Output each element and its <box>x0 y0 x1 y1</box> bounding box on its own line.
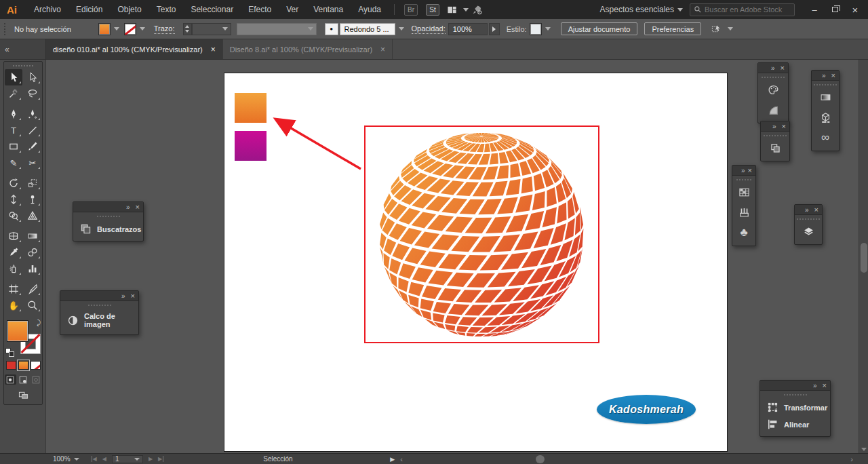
opacity-panel-arrow[interactable] <box>489 23 500 35</box>
magic-wand-tool[interactable] <box>5 85 22 102</box>
panel-collapse-icon[interactable]: » <box>771 64 775 72</box>
chevron-down-icon[interactable] <box>463 8 469 12</box>
panel-close-icon[interactable]: × <box>831 71 835 79</box>
tab-close-icon[interactable]: × <box>380 45 385 54</box>
hand-tool[interactable]: ✋ <box>5 297 22 313</box>
default-fill-stroke-icon[interactable] <box>5 348 14 357</box>
panel-close-icon[interactable]: × <box>782 122 786 130</box>
panel-collapse-icon[interactable]: » <box>813 382 817 389</box>
panel-grip[interactable] <box>814 84 837 85</box>
perspective-grid-tool[interactable] <box>24 208 41 224</box>
vertical-scrollbar[interactable] <box>859 60 868 453</box>
first-page-button[interactable]: ◀ <box>92 456 97 462</box>
tab-document-1[interactable]: diseño 010.ai* al 100% (CMYK/Previsualiz… <box>46 39 223 59</box>
panel-close-icon[interactable]: × <box>823 381 827 389</box>
kadoshmerah-logo-object[interactable]: Kadoshmerah <box>597 395 696 424</box>
color-button[interactable] <box>6 361 16 370</box>
panel-grip[interactable] <box>13 65 33 66</box>
pathfinder-row[interactable]: Buscatrazos <box>73 220 143 237</box>
draw-behind-mode[interactable] <box>18 374 29 385</box>
type-tool[interactable]: T <box>5 122 22 138</box>
workspace-switcher[interactable]: Aspectos esenciales <box>593 5 690 14</box>
page-number-field[interactable]: 1 <box>112 455 143 463</box>
fill-color-swatch[interactable] <box>98 23 111 35</box>
search-input[interactable] <box>705 5 789 14</box>
style-chevron[interactable] <box>542 23 551 35</box>
align-row[interactable]: Alinear <box>760 416 830 433</box>
panel-collapse-icon[interactable]: » <box>741 167 745 174</box>
preferences-button[interactable]: Preferencias <box>644 22 701 35</box>
collapse-status-icon[interactable]: ‹ <box>400 455 403 463</box>
tab-document-2[interactable]: Diseño 8.ai* al 100% (CMYK/Previsualizar… <box>223 39 393 59</box>
color-panel-icon[interactable] <box>766 83 781 96</box>
panel-close-icon[interactable]: × <box>748 166 752 174</box>
layers-icon[interactable] <box>801 225 816 238</box>
curvature-tool[interactable] <box>24 106 41 122</box>
menu-efecto[interactable]: Efecto <box>241 0 279 19</box>
brush-definition-select[interactable]: Redondo 5 ... <box>340 23 395 35</box>
scissors-tool[interactable]: ✂ <box>24 155 41 171</box>
menu-ver[interactable]: Ver <box>279 0 306 19</box>
brushes-icon[interactable] <box>736 206 751 219</box>
mesh-tool[interactable] <box>5 228 22 244</box>
horizontal-scrollbar-thumb[interactable] <box>536 455 545 463</box>
gradient-button[interactable] <box>18 361 28 370</box>
opacity-field[interactable]: 100% <box>448 23 488 35</box>
panel-close-icon[interactable]: × <box>781 64 785 72</box>
panel-grip[interactable] <box>797 218 820 220</box>
panel-collapse-icon[interactable]: » <box>772 123 776 130</box>
gpu-performance-icon[interactable] <box>471 4 483 15</box>
gradient-panel-icon[interactable] <box>818 90 833 104</box>
panel-close-icon[interactable]: × <box>131 292 135 300</box>
zoom-tool[interactable] <box>24 297 41 313</box>
shape-builder-tool[interactable] <box>5 208 22 224</box>
swap-fill-stroke-icon[interactable]: ⤸ <box>37 319 41 327</box>
fit-document-button[interactable]: Ajustar documento <box>561 22 638 35</box>
stroke-weight-select[interactable] <box>192 23 231 35</box>
eyedropper-tool[interactable] <box>5 244 22 260</box>
panel-grip[interactable] <box>764 135 787 136</box>
tab-close-icon[interactable]: × <box>211 45 216 54</box>
panel-grip[interactable] <box>88 305 111 306</box>
menu-ventana[interactable]: Ventana <box>306 0 351 19</box>
shaper-tool[interactable]: ✎ <box>5 155 22 171</box>
vertical-scrollbar-thumb[interactable] <box>861 243 867 273</box>
rectangle-tool[interactable] <box>5 138 22 155</box>
halftone-globe-object[interactable] <box>376 130 587 340</box>
symbol-sprayer-tool[interactable] <box>5 260 22 277</box>
stock-search[interactable] <box>690 3 795 16</box>
gradient-tool[interactable] <box>24 228 41 244</box>
window-restore-button[interactable] <box>826 3 844 16</box>
paintbrush-tool[interactable] <box>24 138 41 155</box>
menu-archivo[interactable]: Archivo <box>26 0 68 19</box>
creative-cloud-icon[interactable]: ∞ <box>818 131 833 144</box>
menu-edicion[interactable]: Edición <box>68 0 110 19</box>
style-swatch[interactable] <box>530 23 542 35</box>
panel-grip[interactable] <box>784 394 807 395</box>
panel-collapse-icon[interactable]: » <box>126 204 130 211</box>
stroke-weight-stepper[interactable] <box>183 23 192 35</box>
brush-chevron[interactable] <box>395 23 405 35</box>
puppet-warp-tool[interactable] <box>24 191 41 208</box>
panel-collapse-icon[interactable]: » <box>121 292 125 300</box>
zoom-level-select[interactable]: 100% <box>53 455 79 463</box>
panel-grip[interactable] <box>736 179 751 180</box>
swatches-icon[interactable] <box>736 185 751 199</box>
line-segment-tool[interactable] <box>24 122 41 138</box>
orange-swatch-object[interactable] <box>235 93 267 123</box>
column-graph-tool[interactable] <box>24 260 41 277</box>
selection-tool[interactable] <box>5 69 22 85</box>
panel-collapse-icon[interactable]: » <box>805 206 809 214</box>
stroke-chevron[interactable] <box>136 23 146 35</box>
transform-row[interactable]: Transformar <box>760 399 830 416</box>
menu-texto[interactable]: Texto <box>149 0 184 19</box>
prev-page-button[interactable]: ◀ <box>102 456 106 462</box>
window-minimize-button[interactable]: – <box>806 3 823 16</box>
slice-tool[interactable] <box>24 281 41 297</box>
artboard-tool[interactable] <box>5 281 22 297</box>
panel-grip[interactable] <box>4 23 7 35</box>
color-guide-icon[interactable] <box>766 103 781 117</box>
panel-grip[interactable] <box>97 216 120 217</box>
3d-materials-icon[interactable] <box>818 111 833 124</box>
select-similar-icon[interactable] <box>710 24 722 35</box>
